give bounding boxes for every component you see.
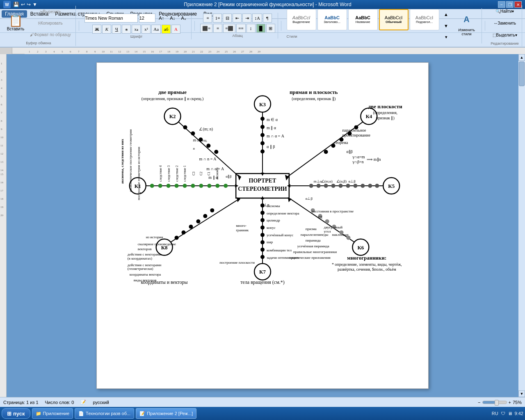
grow-font-button[interactable]: A↑ bbox=[157, 13, 167, 23]
show-marks-button[interactable]: ¶ bbox=[263, 14, 272, 23]
svg-point-138 bbox=[331, 184, 336, 188]
svg-point-155 bbox=[325, 219, 329, 224]
svg-text:много-: много- bbox=[236, 224, 247, 228]
align-right-button[interactable]: ≡⬛ bbox=[223, 24, 235, 33]
paste-button[interactable]: 📋 Вставить bbox=[4, 13, 27, 34]
taskbar-item-1[interactable]: 📁 Приложение bbox=[32, 408, 73, 419]
svg-text:усечённая пирамида: усечённая пирамида bbox=[297, 244, 329, 248]
bold-button[interactable]: Ж bbox=[92, 25, 101, 34]
italic-button[interactable]: К bbox=[102, 25, 111, 34]
decrease-indent-button[interactable]: ⇤ bbox=[233, 14, 242, 23]
styles-scroll-up[interactable]: ▲ bbox=[441, 9, 451, 20]
svg-text:1: 1 bbox=[1, 62, 2, 65]
justify-button[interactable]: ≡≡ bbox=[236, 24, 245, 33]
svg-text:24: 24 bbox=[217, 50, 220, 53]
svg-text:9: 9 bbox=[94, 50, 96, 53]
font-size-input[interactable] bbox=[139, 14, 155, 23]
scroll-down-button[interactable]: ▼ bbox=[518, 390, 525, 397]
zoom-in-button[interactable]: + bbox=[509, 400, 511, 405]
style-selection-preview: AaBbCcI bbox=[292, 15, 310, 20]
sort-button[interactable]: ↕A bbox=[252, 14, 262, 23]
format-copy-button[interactable]: 🖌 Формат по образцу bbox=[28, 30, 73, 40]
svg-text:α⊥β: α⊥β bbox=[306, 196, 313, 201]
taskbar-item-3[interactable]: 📝 Приложение 2 [Реж...] bbox=[136, 408, 196, 419]
style-subtitle-label: Подзагол... bbox=[416, 20, 433, 24]
select-button[interactable]: ⬚ Выделить▾ bbox=[491, 30, 519, 41]
zoom-handle[interactable] bbox=[495, 400, 499, 406]
font-name-input[interactable] bbox=[84, 14, 138, 23]
svg-text:13: 13 bbox=[126, 50, 130, 53]
scroll-thumb[interactable] bbox=[519, 62, 525, 86]
svg-point-61 bbox=[175, 184, 179, 188]
style-normal[interactable]: AaBbCcI Обычный bbox=[379, 9, 409, 30]
borders-button[interactable]: ⊞ bbox=[266, 24, 275, 33]
svg-point-172 bbox=[260, 240, 265, 244]
svg-text:построение геометрии из истори: построение геометрии из истории bbox=[137, 147, 141, 200]
shading-button[interactable]: █ bbox=[256, 24, 265, 33]
paste-label: Вставить bbox=[7, 27, 24, 31]
sep3 bbox=[281, 21, 281, 31]
svg-text:6: 6 bbox=[1, 103, 2, 106]
cut-button[interactable]: ✂ Вырезать bbox=[28, 7, 73, 17]
zoom-slider[interactable] bbox=[482, 401, 507, 404]
vertical-scrollbar[interactable]: ▲ ▼ bbox=[518, 54, 525, 397]
svg-text:∠(m;α): ∠(m;α) bbox=[321, 179, 333, 183]
clipboard-sub-buttons: ✂ Вырезать ⎘ Копировать 🖌 Формат по обра… bbox=[28, 7, 73, 40]
style-selection[interactable]: AaBbCcI Выделение bbox=[287, 9, 316, 30]
styles-group: AaBbCcI Выделение AaBbC Заголово... AaBb… bbox=[284, 8, 482, 43]
time-label: 9:42 bbox=[515, 411, 523, 416]
svg-text:14: 14 bbox=[0, 169, 4, 172]
svg-point-176 bbox=[260, 211, 265, 215]
svg-text:К6: К6 bbox=[357, 244, 364, 251]
bullets-button[interactable]: ≡ bbox=[203, 14, 212, 23]
svg-point-193 bbox=[182, 231, 186, 235]
numbering-button[interactable]: 1≡ bbox=[213, 14, 222, 23]
underline-button[interactable]: Ч bbox=[112, 25, 121, 34]
locale-label: RU bbox=[492, 411, 498, 416]
subscript-button[interactable]: x₂ bbox=[132, 25, 141, 34]
clear-format-button[interactable]: Aₓ bbox=[179, 13, 189, 23]
style-title[interactable]: AaBbC Название bbox=[348, 9, 378, 30]
line-spacing-button[interactable]: ↕ bbox=[247, 24, 256, 33]
highlight-button[interactable]: аб bbox=[162, 25, 171, 34]
svg-text:развёртка, сечения, $полн., об: развёртка, сечения, $полн., объём bbox=[338, 267, 397, 272]
svg-text:2: 2 bbox=[1, 70, 2, 73]
svg-text:m ∩ α = A: m ∩ α = A bbox=[267, 134, 285, 138]
taskbar-right: RU 🛡 🖥 9:42 bbox=[492, 411, 523, 416]
svg-text:К2: К2 bbox=[169, 113, 176, 119]
styles-more[interactable]: ▾ bbox=[441, 32, 451, 43]
svg-text:1: 1 bbox=[29, 50, 30, 53]
style-subtitle[interactable]: AaBbCcI Подзагол... bbox=[410, 9, 439, 30]
copy-button[interactable]: ⎘ Копировать bbox=[28, 18, 73, 29]
strikethrough-button[interactable]: а bbox=[122, 25, 131, 34]
increase-indent-button[interactable]: ⇥ bbox=[242, 14, 251, 23]
styles-scroll-down[interactable]: ▼ bbox=[441, 21, 451, 31]
replace-button[interactable]: ↔ Заменить bbox=[491, 18, 518, 29]
superscript-button[interactable]: x² bbox=[142, 25, 151, 34]
multilevel-button[interactable]: ⊟ bbox=[223, 14, 232, 23]
taskbar-item-2[interactable]: 📄 Технологии разв об... bbox=[75, 408, 134, 419]
shrink-font-button[interactable]: A↓ bbox=[168, 13, 178, 23]
svg-text:(определения,: (определения, bbox=[373, 110, 397, 115]
change-styles-button[interactable]: A bbox=[461, 14, 471, 25]
find-button[interactable]: 🔍 Найти▾ bbox=[493, 6, 516, 17]
color-button[interactable]: А bbox=[171, 25, 180, 34]
zoom-out-button[interactable]: − bbox=[478, 400, 480, 405]
svg-text:многогранники:: многогранники: bbox=[347, 255, 386, 261]
clipboard-label: Буфер обмена bbox=[26, 41, 51, 45]
svg-point-132 bbox=[375, 184, 379, 188]
svg-text:7: 7 bbox=[78, 50, 80, 53]
format-copy-icon: 🖌 bbox=[30, 32, 34, 37]
scroll-up-button[interactable]: ▲ bbox=[518, 54, 525, 61]
svg-text:следствие 2: следствие 2 bbox=[175, 165, 179, 182]
sep2 bbox=[194, 21, 195, 31]
case-button[interactable]: Аа bbox=[151, 25, 161, 34]
align-center-button[interactable]: ≡ bbox=[213, 24, 222, 33]
svg-text:20: 20 bbox=[184, 50, 187, 53]
change-styles-label[interactable]: Изменить стили bbox=[454, 27, 479, 37]
svg-text:аксиоматическое построение гео: аксиоматическое построение геометрии bbox=[128, 129, 132, 192]
svg-point-117 bbox=[324, 150, 328, 154]
start-button[interactable]: ⊞ пуск bbox=[2, 408, 30, 419]
style-heading[interactable]: AaBbC Заголово... bbox=[317, 9, 347, 30]
align-left-button[interactable]: ⬛≡ bbox=[200, 24, 212, 33]
